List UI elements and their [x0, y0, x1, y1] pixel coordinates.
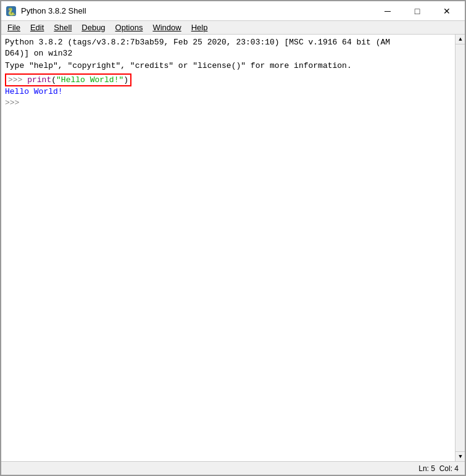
menu-options[interactable]: Options [110, 21, 148, 34]
menu-shell[interactable]: Shell [49, 21, 77, 34]
menu-file[interactable]: File [2, 21, 25, 34]
close-button[interactable]: ✕ [433, 1, 461, 21]
scroll-up-arrow[interactable]: ▲ [456, 35, 465, 44]
maximize-button[interactable]: □ [403, 1, 431, 21]
output-hello-world: Hello World! [5, 86, 461, 98]
code-box: >>> print("Hello World!") [5, 73, 131, 86]
line-number: Ln: 5 [418, 464, 435, 473]
open-paren: ( [51, 75, 56, 85]
menu-edit[interactable]: Edit [25, 21, 49, 34]
menu-help[interactable]: Help [186, 21, 213, 34]
prompt-line2[interactable]: >>> [5, 98, 461, 109]
vertical-scrollbar[interactable]: ▲ ▼ [455, 35, 465, 461]
close-paren: ) [123, 75, 128, 85]
title-bar: 🐍 Python 3.8.2 Shell ─ □ ✕ [1, 1, 465, 21]
scroll-down-arrow[interactable]: ▼ [456, 451, 465, 461]
status-bar: Ln: 5 Col: 4 [1, 461, 465, 475]
python-info-line3: Type "help", "copyright", "credits" or "… [5, 61, 461, 72]
shell-content[interactable]: Python 3.8.2 (tags/v3.8.2:7b3ab59, Feb 2… [1, 35, 465, 461]
main-window: 🐍 Python 3.8.2 Shell ─ □ ✕ File Edit She… [0, 0, 466, 476]
svg-text:🐍: 🐍 [7, 7, 16, 17]
highlighted-code-block: >>> print("Hello World!") Hello World! [5, 73, 461, 98]
menu-bar: File Edit Shell Debug Options Window Hel… [1, 21, 465, 35]
minimize-button[interactable]: ─ [373, 1, 402, 21]
prompt-arrow1: >>> [8, 75, 27, 85]
menu-window[interactable]: Window [148, 21, 186, 34]
app-icon: 🐍 [5, 5, 17, 17]
print-keyword: print [27, 75, 51, 85]
hello-string: "Hello World!" [56, 75, 123, 85]
menu-debug[interactable]: Debug [77, 21, 110, 34]
python-info-line1: Python 3.8.2 (tags/v3.8.2:7b3ab59, Feb 2… [5, 37, 461, 48]
window-title: Python 3.8.2 Shell [21, 6, 373, 15]
col-number: Col: 4 [439, 464, 459, 473]
python-info-line2: D64)] on win32 [5, 48, 461, 59]
window-controls: ─ □ ✕ [373, 1, 461, 21]
